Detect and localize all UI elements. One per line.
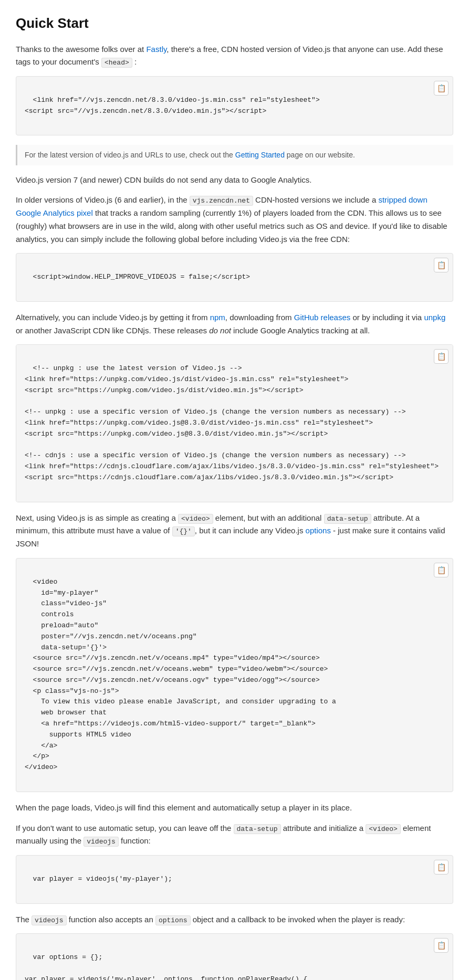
- manual-setup-paragraph: If you don't want to use automatic setup…: [16, 822, 453, 848]
- cdn-options-code-block: <!-- unpkg : use the latest version of V…: [16, 344, 453, 502]
- github-releases-link[interactable]: GitHub releases: [294, 313, 351, 322]
- copy-button-4[interactable]: 📋: [434, 563, 449, 577]
- options-link[interactable]: options: [306, 526, 331, 535]
- data-setup-attr-code: data-setup: [234, 824, 281, 834]
- alternative-include-paragraph: Alternatively, you can include Video.js …: [16, 311, 453, 338]
- zencdn-code: vjs.zencdn.net: [190, 196, 253, 206]
- copy-button-5[interactable]: 📋: [434, 860, 449, 874]
- cdn-link-code-block: <link href="//vjs.zencdn.net/8.3.0/video…: [16, 76, 453, 135]
- unpkg-link[interactable]: unpkg: [424, 313, 445, 322]
- video-tag-code-2: <video>: [366, 824, 401, 834]
- options-obj-code: options: [155, 915, 191, 925]
- empty-json-code: '{}': [172, 526, 195, 536]
- manual-init-code-block: var player = videojs('my-player'); 📋: [16, 855, 453, 903]
- copy-button-3[interactable]: 📋: [434, 349, 449, 364]
- options-paragraph: The videojs function also accepts an opt…: [16, 913, 453, 926]
- data-setup-code: data-setup: [324, 514, 371, 524]
- video-element-paragraph: Next, using Video.js is as simple as cre…: [16, 512, 453, 551]
- getting-started-link-1[interactable]: Getting Started: [235, 151, 285, 159]
- options-callback-code-block: var options = {}; var player = videojs('…: [16, 933, 453, 980]
- copy-button-2[interactable]: 📋: [434, 258, 449, 272]
- copy-button-6[interactable]: 📋: [434, 938, 449, 953]
- video-element-code-block: <video id="my-player" class="video-js" c…: [16, 558, 453, 792]
- analytics-paragraph-2: In older versions of Video.js (6 and ear…: [16, 194, 453, 246]
- npm-link[interactable]: npm: [210, 313, 225, 322]
- auto-setup-paragraph: When the page loads, Video.js will find …: [16, 802, 453, 815]
- note-block-1: For the latest version of video.js and U…: [16, 145, 453, 165]
- page-title: Quick Start: [16, 13, 453, 35]
- fastly-link[interactable]: Fastly: [146, 45, 166, 54]
- head-tag-code: <head>: [101, 58, 132, 68]
- copy-button-1[interactable]: 📋: [434, 81, 449, 96]
- video-tag-code: <video>: [178, 514, 213, 524]
- videojs-fn-code: videojs: [84, 837, 119, 847]
- intro-paragraph: Thanks to the awesome folks over at Fast…: [16, 43, 453, 69]
- analytics-paragraph-1: Video.js version 7 (and newer) CDN build…: [16, 174, 453, 187]
- disable-analytics-code-block: <script>window.HELP_IMPROVE_VIDEOJS = fa…: [16, 253, 453, 301]
- videojs-fn-code-2: videojs: [32, 915, 67, 925]
